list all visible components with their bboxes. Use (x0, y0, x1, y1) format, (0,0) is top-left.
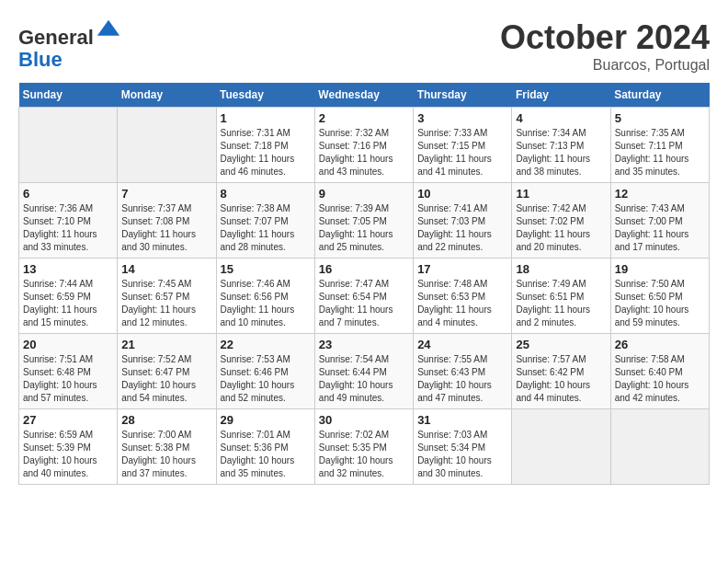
calendar-day-cell: 13Sunrise: 7:44 AM Sunset: 6:59 PM Dayli… (19, 259, 118, 334)
day-info: Sunrise: 7:44 AM Sunset: 6:59 PM Dayligh… (23, 278, 113, 329)
calendar-day-cell: 1Sunrise: 7:31 AM Sunset: 7:18 PM Daylig… (216, 108, 314, 183)
calendar-day-cell: 26Sunrise: 7:58 AM Sunset: 6:40 PM Dayli… (610, 334, 709, 409)
weekday-header-cell: Monday (118, 83, 216, 108)
calendar-day-cell (19, 108, 118, 183)
calendar-week-row: 1Sunrise: 7:31 AM Sunset: 7:18 PM Daylig… (19, 108, 710, 183)
day-info: Sunrise: 7:49 AM Sunset: 6:51 PM Dayligh… (516, 278, 606, 329)
day-number: 5 (615, 111, 705, 125)
calendar-day-cell: 25Sunrise: 7:57 AM Sunset: 6:42 PM Dayli… (512, 334, 610, 409)
day-info: Sunrise: 7:02 AM Sunset: 5:35 PM Dayligh… (319, 429, 409, 480)
calendar-day-cell: 31Sunrise: 7:03 AM Sunset: 5:34 PM Dayli… (414, 409, 512, 485)
day-info: Sunrise: 7:00 AM Sunset: 5:38 PM Dayligh… (121, 429, 211, 480)
weekday-header-row: SundayMondayTuesdayWednesdayThursdayFrid… (19, 83, 710, 108)
day-number: 15 (221, 262, 311, 276)
day-info: Sunrise: 7:51 AM Sunset: 6:48 PM Dayligh… (23, 353, 113, 405)
calendar-body: 1Sunrise: 7:31 AM Sunset: 7:18 PM Daylig… (19, 108, 710, 485)
calendar-day-cell: 30Sunrise: 7:02 AM Sunset: 5:35 PM Dayli… (314, 409, 413, 485)
day-info: Sunrise: 7:58 AM Sunset: 6:40 PM Dayligh… (615, 353, 705, 405)
day-info: Sunrise: 7:41 AM Sunset: 7:03 PM Dayligh… (417, 202, 507, 254)
calendar-day-cell (512, 409, 610, 485)
calendar-day-cell: 20Sunrise: 7:51 AM Sunset: 6:48 PM Dayli… (19, 334, 118, 409)
day-info: Sunrise: 7:39 AM Sunset: 7:05 PM Dayligh… (319, 202, 409, 254)
day-number: 20 (23, 338, 113, 351)
calendar-week-row: 6Sunrise: 7:36 AM Sunset: 7:10 PM Daylig… (19, 183, 710, 259)
day-number: 22 (221, 338, 311, 351)
day-info: Sunrise: 6:59 AM Sunset: 5:39 PM Dayligh… (23, 429, 113, 480)
calendar-day-cell: 6Sunrise: 7:36 AM Sunset: 7:10 PM Daylig… (19, 183, 118, 259)
calendar-day-cell: 23Sunrise: 7:54 AM Sunset: 6:44 PM Dayli… (314, 334, 413, 409)
day-number: 2 (319, 111, 409, 125)
calendar-day-cell: 8Sunrise: 7:38 AM Sunset: 7:07 PM Daylig… (216, 183, 314, 259)
day-info: Sunrise: 7:38 AM Sunset: 7:07 PM Dayligh… (221, 202, 311, 254)
day-number: 29 (221, 413, 311, 427)
day-info: Sunrise: 7:31 AM Sunset: 7:18 PM Dayligh… (221, 127, 311, 178)
weekday-header-cell: Saturday (610, 83, 709, 108)
day-number: 4 (516, 111, 606, 125)
day-number: 18 (516, 262, 606, 276)
calendar-day-cell: 4Sunrise: 7:34 AM Sunset: 7:13 PM Daylig… (512, 108, 610, 183)
logo-icon (96, 18, 121, 44)
day-info: Sunrise: 7:50 AM Sunset: 6:50 PM Dayligh… (615, 278, 705, 329)
calendar-day-cell: 27Sunrise: 6:59 AM Sunset: 5:39 PM Dayli… (19, 409, 118, 485)
day-info: Sunrise: 7:55 AM Sunset: 6:43 PM Dayligh… (417, 353, 507, 405)
day-info: Sunrise: 7:32 AM Sunset: 7:16 PM Dayligh… (319, 127, 409, 178)
day-number: 30 (319, 413, 409, 427)
day-info: Sunrise: 7:45 AM Sunset: 6:57 PM Dayligh… (121, 278, 211, 329)
title-section: October 2024 Buarcos, Portugal (500, 18, 710, 74)
day-info: Sunrise: 7:47 AM Sunset: 6:54 PM Dayligh… (319, 278, 409, 329)
day-number: 31 (417, 413, 507, 427)
day-number: 24 (417, 338, 507, 351)
day-info: Sunrise: 7:33 AM Sunset: 7:15 PM Dayligh… (417, 127, 507, 178)
calendar-day-cell: 22Sunrise: 7:53 AM Sunset: 6:46 PM Dayli… (216, 334, 314, 409)
weekday-header-cell: Thursday (414, 83, 512, 108)
weekday-header-cell: Tuesday (216, 83, 314, 108)
day-info: Sunrise: 7:48 AM Sunset: 6:53 PM Dayligh… (417, 278, 507, 329)
day-number: 21 (121, 338, 211, 351)
day-number: 13 (23, 262, 113, 276)
calendar-day-cell: 21Sunrise: 7:52 AM Sunset: 6:47 PM Dayli… (118, 334, 216, 409)
calendar-day-cell: 24Sunrise: 7:55 AM Sunset: 6:43 PM Dayli… (414, 334, 512, 409)
day-info: Sunrise: 7:34 AM Sunset: 7:13 PM Dayligh… (516, 127, 606, 178)
month-title: October 2024 (500, 18, 710, 57)
day-number: 25 (516, 338, 606, 351)
day-number: 17 (417, 262, 507, 276)
day-number: 14 (121, 262, 211, 276)
calendar-day-cell (118, 108, 216, 183)
calendar-day-cell: 7Sunrise: 7:37 AM Sunset: 7:08 PM Daylig… (118, 183, 216, 259)
weekday-header-cell: Friday (512, 83, 610, 108)
day-number: 28 (121, 413, 211, 427)
day-number: 11 (516, 187, 606, 201)
day-info: Sunrise: 7:52 AM Sunset: 6:47 PM Dayligh… (121, 353, 211, 405)
calendar-day-cell: 29Sunrise: 7:01 AM Sunset: 5:36 PM Dayli… (216, 409, 314, 485)
day-number: 9 (319, 187, 409, 201)
calendar-day-cell: 18Sunrise: 7:49 AM Sunset: 6:51 PM Dayli… (512, 259, 610, 334)
calendar-day-cell: 5Sunrise: 7:35 AM Sunset: 7:11 PM Daylig… (610, 108, 709, 183)
day-info: Sunrise: 7:57 AM Sunset: 6:42 PM Dayligh… (516, 353, 606, 405)
page-header: General Blue October 2024 Buarcos, Portu… (18, 18, 710, 74)
day-info: Sunrise: 7:43 AM Sunset: 7:00 PM Dayligh… (615, 202, 705, 254)
calendar-day-cell: 2Sunrise: 7:32 AM Sunset: 7:16 PM Daylig… (314, 108, 413, 183)
day-info: Sunrise: 7:54 AM Sunset: 6:44 PM Dayligh… (319, 353, 409, 405)
calendar-day-cell: 14Sunrise: 7:45 AM Sunset: 6:57 PM Dayli… (118, 259, 216, 334)
calendar-day-cell (610, 409, 709, 485)
calendar-day-cell: 28Sunrise: 7:00 AM Sunset: 5:38 PM Dayli… (118, 409, 216, 485)
weekday-header-cell: Wednesday (314, 83, 413, 108)
day-info: Sunrise: 7:35 AM Sunset: 7:11 PM Dayligh… (615, 127, 705, 178)
day-number: 23 (319, 338, 409, 351)
calendar-week-row: 13Sunrise: 7:44 AM Sunset: 6:59 PM Dayli… (19, 259, 710, 334)
day-number: 3 (417, 111, 507, 125)
calendar-day-cell: 17Sunrise: 7:48 AM Sunset: 6:53 PM Dayli… (414, 259, 512, 334)
day-number: 26 (615, 338, 705, 351)
calendar-day-cell: 12Sunrise: 7:43 AM Sunset: 7:00 PM Dayli… (610, 183, 709, 259)
weekday-header-cell: Sunday (19, 83, 118, 108)
day-info: Sunrise: 7:53 AM Sunset: 6:46 PM Dayligh… (221, 353, 311, 405)
location: Buarcos, Portugal (500, 57, 710, 74)
day-number: 7 (121, 187, 211, 201)
calendar-day-cell: 11Sunrise: 7:42 AM Sunset: 7:02 PM Dayli… (512, 183, 610, 259)
day-number: 27 (23, 413, 113, 427)
calendar-day-cell: 16Sunrise: 7:47 AM Sunset: 6:54 PM Dayli… (314, 259, 413, 334)
day-number: 19 (615, 262, 705, 276)
day-number: 8 (221, 187, 311, 201)
day-number: 10 (417, 187, 507, 201)
logo-blue: Blue (18, 48, 63, 71)
